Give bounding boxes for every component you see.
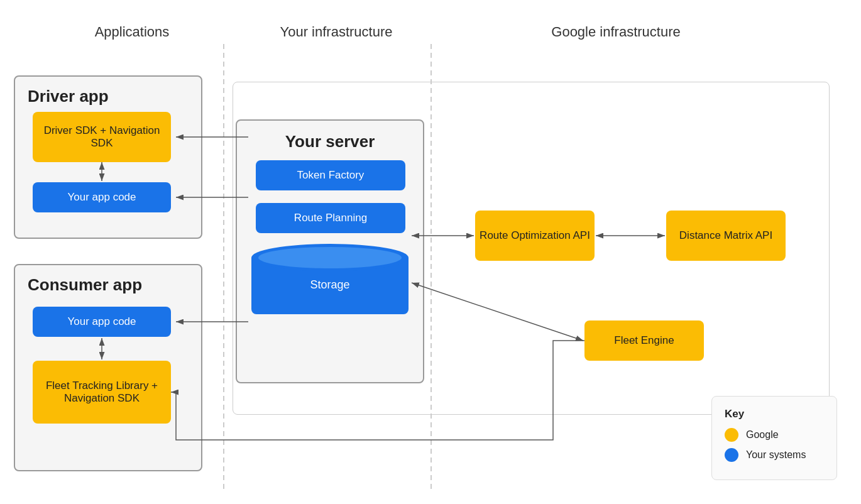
distance-matrix-box: Distance Matrix API [666,211,786,261]
key-google-item: Google [725,428,824,442]
fleet-engine-box: Fleet Engine [584,320,704,361]
key-box: Key Google Your systems [711,396,837,480]
token-factory-box: Token Factory [256,160,405,190]
token-factory-label: Token Factory [297,169,365,182]
consumer-appcode-box: Your app code [33,307,171,337]
storage-container: Storage [251,244,409,318]
key-your-systems-label: Your systems [746,449,806,461]
driver-sdk-label: Driver SDK + Navigation SDK [33,124,171,150]
your-systems-color-circle [725,448,738,462]
your-infrastructure-header: Your infrastructure [251,24,421,40]
route-planning-label: Route Planning [294,212,367,224]
fleet-tracking-box: Fleet Tracking Library + Navigation SDK [33,361,171,424]
google-infrastructure-header: Google infrastructure [478,24,754,40]
route-opt-label: Route Optimization API [480,229,590,242]
consumer-appcode-label: Your app code [67,315,136,328]
route-opt-box: Route Optimization API [475,211,595,261]
diagram-container: Applications Your infrastructure Google … [0,0,861,504]
driver-appcode-label: Your app code [67,191,136,204]
google-color-circle [725,428,738,442]
fleet-engine-label: Fleet Engine [614,334,674,347]
driver-sdk-box: Driver SDK + Navigation SDK [33,112,171,162]
distance-matrix-label: Distance Matrix API [679,229,772,242]
key-google-label: Google [746,429,779,441]
route-planning-box: Route Planning [256,203,405,233]
server-box-title: Your server [237,121,423,160]
key-your-systems-item: Your systems [725,448,824,462]
applications-header: Applications [50,24,214,40]
key-title: Key [725,408,824,420]
fleet-tracking-label: Fleet Tracking Library + Navigation SDK [33,380,171,405]
driver-appcode-box: Your app code [33,182,171,212]
storage-label: Storage [310,278,349,292]
consumer-app-title: Consumer app [15,265,201,301]
driver-app-title: Driver app [15,77,201,112]
